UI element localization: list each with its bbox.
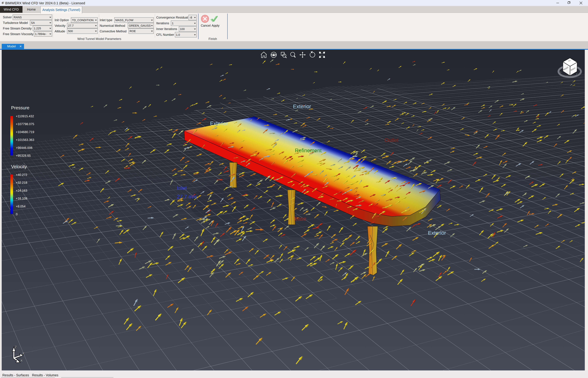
svg-text:Exterior: Exterior [210, 121, 228, 126]
svg-text:S: S [559, 71, 561, 74]
svg-text:Refinement: Refinement [295, 148, 322, 153]
svg-text:Outlet: Outlet [385, 137, 399, 143]
svg-text:Z: Z [15, 345, 17, 349]
svg-text:Base: Base [294, 216, 306, 222]
svg-text:E: E [576, 72, 578, 75]
svg-text:Exterior: Exterior [428, 230, 446, 236]
svg-text:Exterior: Exterior [293, 104, 311, 109]
svg-text:Inlet: Inlet [177, 185, 187, 191]
svg-text:Y: Y [22, 351, 24, 355]
svg-text:X: X [20, 359, 23, 363]
svg-text:27.7 m/s: 27.7 m/s [177, 194, 197, 200]
